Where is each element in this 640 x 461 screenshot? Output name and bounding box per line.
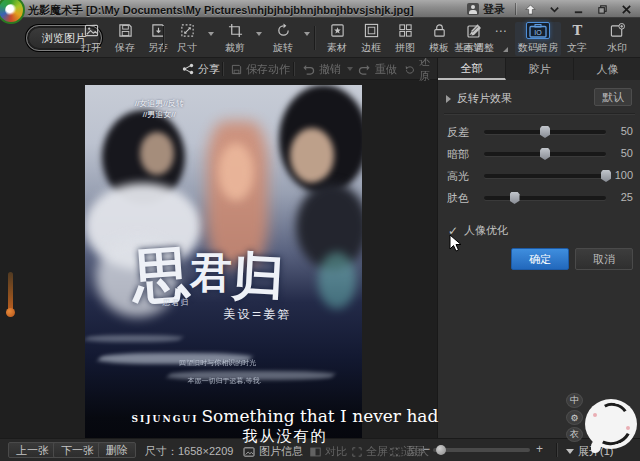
open-button[interactable]: 打开 [74, 22, 108, 56]
actionbar-divider [222, 62, 223, 76]
frame-icon [364, 22, 379, 39]
svg-text:IO: IO [534, 28, 542, 35]
fullscreen-icon [352, 447, 362, 457]
login-button[interactable]: 登录 [461, 0, 511, 18]
image-info-button[interactable]: 图片信息 [243, 444, 303, 459]
zoom-out-button[interactable]: − [423, 442, 430, 456]
rotate-button[interactable]: 旋转 [266, 22, 300, 56]
language-circle-button[interactable]: 中 [566, 393, 583, 408]
photo-preview[interactable]: //女追男//反转 //男追女// 思君归 思君归 美设=姜箬 回望旧时与你相识… [85, 85, 362, 447]
compare-icon [310, 447, 321, 457]
avatar-icon [467, 3, 479, 15]
title-bar: 光影魔术手 [D:\My Documents\My Pictures\nhjbj… [0, 0, 640, 18]
save-action-icon [231, 64, 242, 75]
crop-button[interactable]: 裁剪 [218, 22, 252, 56]
tab-all[interactable]: 全部 [438, 58, 506, 80]
svg-text:T: T [572, 23, 582, 38]
skin-tone-slider-handle[interactable] [510, 192, 520, 204]
toolbar-divider [163, 26, 164, 50]
restore-button[interactable] [592, 1, 612, 17]
more-corner-mark [503, 47, 508, 52]
highlight-slider[interactable] [484, 174, 606, 178]
reversal-film-section-header[interactable]: 反转片效果 [446, 91, 512, 106]
zoom-slider-handle[interactable] [436, 445, 446, 455]
cancel-button[interactable]: 取消 [575, 248, 633, 270]
skin-tone-slider[interactable] [484, 196, 606, 200]
original-size-icon [392, 447, 403, 457]
redo-icon [358, 64, 371, 75]
poster-title-small: 思君归 [163, 297, 190, 308]
revert-icon [405, 64, 415, 75]
actionbar-divider [293, 62, 294, 76]
effect-tabs: 全部 胶片 人像 [438, 58, 640, 80]
watermark-icon [610, 22, 625, 39]
settings-circle-button[interactable]: ⚙ [566, 410, 583, 425]
fullscreen-button[interactable]: 全屏 [352, 444, 388, 459]
poster-tagline-2: 本愿一切归于迟暮,等我. [187, 376, 261, 386]
mode-text[interactable]: T 文字 [560, 22, 594, 56]
skin-tone-slider-row: 肤色 25 [438, 187, 640, 207]
zoom-in-button[interactable]: + [536, 442, 543, 456]
status-bar: 上一张 下一张 删除 尺寸：1658×2209 图片信息 对比 全屏 适屏 原大… [0, 438, 640, 461]
mode-digital-darkroom[interactable]: IO 数码暗房 [515, 22, 561, 56]
template-icon [432, 22, 447, 39]
collage-button[interactable]: 拼图 [388, 22, 422, 56]
contrast-value: 50 [607, 125, 633, 137]
compare-button[interactable]: 对比 [310, 444, 347, 459]
skin-circle-button[interactable]: 衣 [566, 427, 583, 442]
share-icon [182, 63, 194, 75]
save-button[interactable]: 保存 [108, 22, 142, 56]
ok-button[interactable]: 确定 [511, 248, 569, 270]
main-toolbar: 浏览图片 打开 保存 另存 尺寸 裁剪 旋转 [0, 18, 640, 58]
mascot-cheek [593, 413, 597, 417]
shadow-slider-row: 暗部 50 [438, 143, 640, 163]
panel-divider [444, 113, 635, 114]
skin-tone-value: 25 [607, 191, 633, 203]
shadow-slider-handle[interactable] [540, 148, 550, 160]
collage-icon [398, 22, 413, 39]
highlight-slider-row: 高光 100 [438, 165, 640, 185]
revert-button[interactable]: 还原 [405, 58, 437, 80]
rotate-icon [276, 22, 291, 39]
toolbar-divider [314, 26, 315, 50]
prev-image-button[interactable]: 上一张 [8, 442, 57, 458]
resize-dropdown-caret[interactable] [208, 32, 214, 36]
window-title: 光影魔术手 [D:\My Documents\My Pictures\nhjbj… [28, 3, 414, 18]
delete-image-button[interactable]: 删除 [98, 442, 136, 458]
frame-button[interactable]: 边框 [354, 22, 388, 56]
contrast-slider-row: 反差 50 [438, 121, 640, 141]
assistant-mascot[interactable] [585, 399, 637, 449]
share-button[interactable]: 分享 [182, 58, 220, 80]
statusbar-divider [556, 443, 557, 457]
crop-dropdown-caret[interactable] [256, 32, 262, 36]
rotate-dropdown-caret[interactable] [304, 32, 310, 36]
close-button[interactable] [616, 1, 636, 17]
text-icon: T [570, 22, 585, 39]
minimize-button[interactable] [568, 1, 588, 17]
side-panel-handle[interactable] [8, 272, 13, 312]
digital-darkroom-icon: IO [526, 22, 550, 39]
redo-button[interactable]: 重做 [358, 58, 397, 80]
upgrade-arrow-icon[interactable] [520, 1, 540, 17]
skin-chevron-icon[interactable] [544, 1, 564, 17]
undo-dropdown-caret[interactable] [347, 67, 353, 71]
contrast-slider-handle[interactable] [540, 126, 550, 138]
next-image-button[interactable]: 下一张 [53, 442, 102, 458]
tab-portrait[interactable]: 人像 [574, 58, 640, 80]
save-action-button[interactable]: 保存动作 [231, 58, 290, 80]
tab-film[interactable]: 胶片 [506, 58, 574, 80]
undo-button[interactable]: 撤销 [302, 58, 353, 80]
material-button[interactable]: 素材 [320, 22, 354, 56]
shadow-value: 50 [607, 147, 633, 159]
mode-watermark[interactable]: 水印 [600, 22, 634, 56]
crop-icon [228, 22, 243, 39]
shadow-slider[interactable] [484, 152, 606, 156]
poster-tagline-1: 回望旧时与你相识的时光 [179, 358, 256, 368]
zoom-slider[interactable] [433, 448, 530, 452]
mascot-cheek [626, 426, 630, 430]
default-button[interactable]: 默认 [594, 88, 632, 106]
contrast-slider[interactable] [484, 130, 606, 134]
image-size-label: 尺寸：1658×2209 [145, 444, 233, 459]
resize-button[interactable]: 尺寸 [170, 22, 204, 56]
mode-basic-adjust[interactable]: 基本调整 [451, 22, 497, 56]
